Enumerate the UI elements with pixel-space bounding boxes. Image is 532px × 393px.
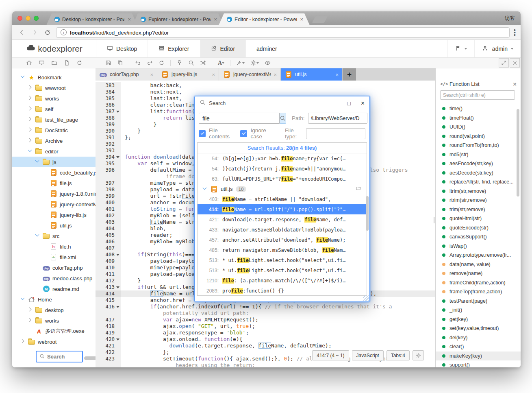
- search-query-input[interactable]: [199, 113, 280, 124]
- dialog-maximize-icon[interactable]: □: [347, 100, 350, 106]
- function-list-item[interactable]: remove(name): [436, 269, 521, 278]
- tree-expand-arrow[interactable]: [28, 128, 33, 133]
- function-list-item[interactable]: round(val,point): [436, 132, 521, 141]
- function-list-item[interactable]: roundFromTo(from,to): [436, 141, 521, 150]
- function-list-item[interactable]: rtrim(str,remove): [436, 196, 521, 205]
- function-list-item[interactable]: _init(): [436, 306, 521, 315]
- tab-close-icon[interactable]: ×: [274, 72, 277, 78]
- tree-expand-arrow[interactable]: [28, 318, 33, 323]
- function-list-item[interactable]: replaceAll(str, find, replace...: [436, 177, 521, 187]
- tree-expand-arrow[interactable]: [28, 96, 33, 101]
- tree-item[interactable]: Mreadme.md: [12, 284, 96, 294]
- magic-icon[interactable]: [236, 59, 245, 68]
- back-icon[interactable]: [17, 28, 26, 37]
- page-info-icon[interactable]: i: [61, 29, 67, 35]
- gutter-fold-arrow[interactable]: 387: [96, 108, 121, 115]
- dialog-minimize-icon[interactable]: –: [334, 100, 337, 106]
- home-icon[interactable]: [26, 59, 32, 68]
- editor-tab[interactable]: jquery-lib.js×: [157, 68, 219, 81]
- function-list-item[interactable]: makeKey(key): [436, 352, 521, 361]
- editor-tab[interactable]: phpcolorTag.php×: [96, 68, 157, 81]
- copy-icon[interactable]: [117, 59, 123, 68]
- search-result-row[interactable]: 54:(b[g]=e[g]);var h=b.filename;try{var …: [198, 153, 367, 164]
- nav-desktop[interactable]: Desktop: [96, 40, 148, 57]
- tree-item[interactable]: works: [12, 315, 96, 326]
- function-list-item[interactable]: clear(): [436, 342, 521, 352]
- sidebar-search-input[interactable]: Search: [36, 351, 83, 362]
- shuffle-icon[interactable]: [200, 59, 206, 68]
- function-list-scrollbar[interactable]: [517, 109, 519, 196]
- function-list-item[interactable]: quoteEncode(str): [436, 223, 521, 233]
- close-window-button[interactable]: [17, 16, 22, 21]
- function-list-item[interactable]: del(key): [436, 333, 521, 343]
- browser-tab[interactable]: Explorer - kodexplorer - Power×: [132, 13, 224, 25]
- close-icon[interactable]: ×: [513, 81, 517, 87]
- tree-collapse-arrow[interactable]: [28, 149, 33, 154]
- search-result-row[interactable]: 513:* ui.fileLight.select.hook("select",…: [198, 265, 367, 275]
- tree-item[interactable]: phpcolorTag.php: [12, 262, 96, 273]
- tree-item[interactable]: DocStatic: [12, 125, 96, 135]
- tree-item[interactable]: Home: [12, 294, 96, 305]
- search-result-row[interactable]: 2089:profile:function() {}: [198, 286, 367, 296]
- tree-item[interactable]: code_beautify.js: [12, 167, 96, 178]
- nav-adminer[interactable]: adminer: [246, 40, 288, 57]
- nav-explorer[interactable]: Explorer: [148, 40, 200, 57]
- tree-item[interactable]: </>file.xml: [12, 252, 96, 262]
- function-list-item[interactable]: frameTop(frame,action): [436, 287, 521, 297]
- gutter-fold-arrow[interactable]: 416: [96, 303, 121, 310]
- tree-item[interactable]: self: [12, 104, 96, 114]
- file-icon[interactable]: [64, 59, 70, 68]
- code-line[interactable]: 420 ajax.onload= function(e){: [96, 336, 435, 343]
- function-list-item[interactable]: data(name, value): [436, 260, 521, 269]
- tree-collapse-arrow[interactable]: [20, 75, 25, 80]
- language-mode[interactable]: JavaScript: [352, 350, 384, 360]
- reload-icon[interactable]: [76, 59, 83, 68]
- url-omnibox[interactable]: i localhost/kod/kod_dev/index.php?editor: [56, 27, 510, 38]
- function-list-item[interactable]: aesDecode(str,key): [436, 168, 521, 178]
- redo-icon[interactable]: [147, 59, 153, 68]
- gutter-fold-arrow[interactable]: 420: [96, 336, 121, 343]
- search-result-row[interactable]: 513:* ui.fileLight.select.hook("select",…: [198, 255, 367, 265]
- function-list-item[interactable]: testParent(page): [436, 297, 521, 306]
- tree-expand-arrow[interactable]: [28, 138, 33, 143]
- search-result-row[interactable]: 485:return navigator.msSaveBlob(blob, fi…: [198, 245, 367, 255]
- tree-expand-arrow[interactable]: [20, 339, 25, 344]
- undo-icon[interactable]: [135, 59, 141, 68]
- gutter-fold-arrow[interactable]: 413: [96, 284, 121, 290]
- collapse-arrow[interactable]: [202, 187, 207, 192]
- file-type-input[interactable]: [306, 128, 365, 139]
- tree-item[interactable]: phpmedoo.class.php: [12, 273, 96, 284]
- search-result-row[interactable]: 403:fileName = strFileName || "download"…: [198, 194, 367, 204]
- browser-profile-label[interactable]: 访客: [505, 15, 515, 22]
- tree-item[interactable]: editor: [12, 146, 96, 157]
- tree-item[interactable]: works: [12, 93, 96, 104]
- search-result-row[interactable]: 421:download(e.target.response, fileName…: [198, 214, 367, 225]
- tab-close-icon[interactable]: ×: [150, 72, 153, 78]
- function-list-item[interactable]: get(key): [436, 315, 521, 324]
- tree-item[interactable]: js: [12, 157, 96, 167]
- tree-expand-arrow[interactable]: [28, 107, 33, 111]
- sidebar-scrollbar[interactable]: [84, 356, 96, 360]
- tree-item[interactable]: ★Bookmark: [12, 72, 96, 83]
- function-list-item[interactable]: frameChild(frame,action): [436, 278, 521, 288]
- function-list-item[interactable]: canvasSupport(): [436, 232, 521, 242]
- font-icon[interactable]: A: [218, 59, 224, 68]
- eye-icon[interactable]: [265, 59, 271, 68]
- tree-expand-arrow[interactable]: [28, 308, 33, 312]
- tab-close-icon[interactable]: ×: [299, 16, 304, 22]
- tab-close-icon[interactable]: ×: [212, 72, 215, 78]
- code-line[interactable]: headers using the return:: [96, 362, 435, 367]
- tree-item[interactable]: jquery-1.8.0.min.js: [12, 188, 96, 199]
- tree-item[interactable]: test_file_page: [12, 114, 96, 125]
- tree-item[interactable]: jquery-contextMenu.js: [12, 199, 96, 210]
- open-folder-icon[interactable]: [356, 185, 362, 193]
- minimize-window-button[interactable]: [26, 16, 30, 21]
- search-result-row[interactable]: 1210:file: (a.pathname.match(/\/([^\/?#]…: [198, 275, 367, 286]
- tree-item[interactable]: wwwroot: [12, 83, 96, 93]
- function-list-item[interactable]: trim(str,remove): [436, 205, 521, 214]
- tree-item[interactable]: hfile.h: [12, 241, 96, 252]
- code-line[interactable]: 417 var ajax=new XMLHttpRequest();: [96, 317, 435, 323]
- editor-settings-icon[interactable]: [413, 350, 424, 360]
- code-line[interactable]: 418 ajax.open( "GET", url, true);: [96, 323, 435, 330]
- search-result-row[interactable]: 414:fileName = url.split("/").pop().spli…: [198, 204, 367, 214]
